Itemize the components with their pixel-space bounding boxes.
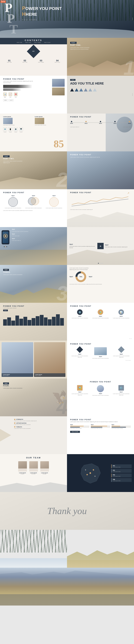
- brush-stroke-1: [3, 85, 52, 88]
- donut-bottom-text: Lorem ipsum dolor sit amet consectetur a…: [69, 284, 125, 285]
- slide-landscape-2: [67, 530, 134, 568]
- svg-point-8: [85, 470, 86, 470]
- bar-tag: TEXT: [3, 310, 8, 311]
- part-three-content: PART THREE. Lorem ipsum dolor sit amet c…: [3, 268, 22, 276]
- map-area: [69, 456, 111, 490]
- phone-device: [1, 230, 9, 244]
- big-number: 85: [54, 138, 64, 150]
- icon-item-1: ⚙️ TEXT Lorem ipsum dolor sit amet conse…: [70, 310, 90, 319]
- slide-part-three: PART THREE. Lorem ipsum dolor sit amet c…: [0, 265, 67, 303]
- phone-text-area: TEXT Lorem ipsum dolor sit amet consecte…: [12, 229, 65, 263]
- power-detail-cols: TEXT Lorem ipsum dolor sit amet TEXT Lor…: [70, 424, 131, 429]
- svg-point-6: [87, 474, 88, 475]
- slide-arrows: TEXT Lorem ipsum dolor sit amet consecte…: [67, 227, 134, 265]
- map-stat-3: 华东 Lorem ipsum dolor: [111, 474, 132, 477]
- donut-right-label: TEXT: [89, 276, 92, 278]
- power-detail-desc: Lorem ipsum dolor sit amet consectetur a…: [70, 421, 125, 422]
- detail-col-1: TEXT Lorem ipsum dolor sit amet: [70, 424, 90, 429]
- slide-contents: CONTENTS PART ONE PART TWO PART THREE PA…: [0, 38, 67, 76]
- read-more-btn[interactable]: READ MORE: [70, 431, 80, 433]
- slide-team: OUR TEAM Lorem ipsum Designer Lorem ipsu: [0, 454, 67, 492]
- threecol-items: 🖼️ TEXT Lorem ipsum dolor sit amet conse…: [70, 385, 131, 396]
- slide-cards: Lorem ipsum dolor sit amet Lorem ipsum d…: [0, 340, 67, 378]
- slide-three-col: POWER YOU POINT 🖼️ TEXT Lorem ipsum dolo…: [67, 378, 134, 416]
- timeline-content: 2010 2012 2014 2016: [70, 119, 131, 128]
- threecol-title: POWER YOU POINT: [70, 381, 131, 383]
- add-title-content: TEXT ADD YOU TITLE HERE: [70, 78, 131, 92]
- power-subtitle: Lorem ipsum dolor sit amet consectetur a…: [3, 80, 35, 84]
- slide-donut: Lorem ipsum dolor sit amet consectetur a…: [67, 265, 134, 303]
- team-member-2: Lorem ipsum Developer: [29, 461, 38, 474]
- part-four-number: 4: [56, 395, 67, 416]
- slide-landscape-full: [0, 568, 134, 606]
- slide-line-chart: POWER YOU POINT ↗ Lorem ipsum dolor sit …: [67, 189, 134, 227]
- chart-title: POWER YOU POINT: [70, 192, 131, 194]
- arrows-content: TEXT Lorem ipsum dolor sit amet consecte…: [69, 230, 132, 262]
- part-one-number: 1: [124, 58, 134, 76]
- contents-title: CONTENTS: [0, 39, 67, 42]
- bar-chart-visual: [3, 313, 64, 326]
- part-one-desc: Lorem ipsum dolor sit amet consectetur a…: [70, 47, 94, 50]
- venn-bottom-text: Lorem ipsum dolor sit amet consectetur a…: [3, 210, 64, 211]
- contents-item-1: 01 PART ONE: [7, 59, 12, 63]
- bottom-icons: ⚙️ Lorem 📱 Lorem 💻 Lorem 🖥️ Lorem: [3, 128, 64, 132]
- slide-three-icons: POWER YOU POINT ⚙️ TEXT Lorem ipsum dolo…: [67, 303, 134, 340]
- strength-item: STRENGTH Lorem ipsum dolor sit amet cons…: [14, 419, 64, 422]
- svg-point-7: [95, 476, 96, 477]
- slide-phone: TEXT Lorem ipsum dolor sit amet consecte…: [0, 227, 67, 265]
- opportunities-item: OPPORTUNITIES Lorem ipsum dolor sit amet…: [14, 422, 64, 426]
- donut-left-text: Lorem ipsum dolor sit amet consectetur a…: [69, 267, 91, 270]
- phone-content: TEXT Lorem ipsum dolor sit amet consecte…: [0, 227, 67, 265]
- contents-item-4: 04 PART FOUR: [55, 59, 60, 63]
- triangles-row: [70, 88, 131, 92]
- slide-landscape-1: [0, 530, 67, 568]
- power-mountain-text: POWER YOU POINT Lorem ipsum dolor sit am…: [70, 154, 131, 158]
- part-one-title: PART ONE.: [70, 44, 94, 46]
- diamond-item-2: TEXT Lorem ipsum dolor sit amet consecte…: [91, 347, 110, 359]
- brush-stroke-2: [3, 88, 40, 91]
- contents-header: CONTENTS PART ONE PART TWO PART THREE PA…: [0, 38, 67, 44]
- slide-part-two: PART PART TWO. Lorem ipsum dolor sit ame…: [0, 152, 67, 189]
- stat-item-1: Lorem ipsum Lorem ipsum dolor sit amet: [3, 116, 32, 126]
- venn-title: POWER YOU POINT: [3, 192, 64, 194]
- power-detail-title: POWER YOU POINT: [70, 419, 131, 420]
- dots-menu[interactable]: [132, 18, 133, 20]
- team-member-3: Lorem ipsum Manager: [40, 461, 49, 474]
- donut-text-label: TEXT: [69, 276, 73, 278]
- arrow-left-text: TEXT Lorem ipsum dolor sit amet consecte…: [69, 244, 96, 248]
- slide-swot: STRENGTH Lorem ipsum dolor sit amet cons…: [0, 416, 67, 454]
- threecol-item-2: TEXT Lorem ipsum dolor sit amet consecte…: [91, 385, 110, 396]
- detail-col-2: TEXT Lorem ipsum dolor sit amet: [91, 424, 110, 429]
- svg-point-4: [90, 472, 91, 474]
- donut-content: TEXT 75% TEXT: [69, 271, 132, 282]
- card-1: Lorem ipsum dolor sit amet: [1, 342, 33, 377]
- slide-stats: Lorem ipsum Lorem ipsum dolor sit amet L…: [0, 114, 67, 152]
- swot-content: STRENGTH Lorem ipsum dolor sit amet cons…: [14, 419, 64, 429]
- threats-item: THREATS Lorem ipsum dolor sit amet conse…: [14, 426, 64, 429]
- chevron-icon: »: [97, 243, 104, 249]
- add-title-dots[interactable]: [132, 94, 133, 96]
- diamond-decoration: PPT: [0, 47, 67, 56]
- team-member-1: Lorem ipsum Designer: [18, 461, 27, 474]
- page-num-2: Lorem ipsum: [70, 360, 131, 361]
- icons3-title: POWER YOU POINT: [70, 305, 131, 307]
- part-one-content: PART PART ONE. Lorem ipsum dolor sit ame…: [70, 41, 94, 50]
- arrow-right-text: TEXT Lorem ipsum dolor sit amet consecte…: [105, 244, 132, 248]
- team-members: Lorem ipsum Designer Lorem ipsum Develop…: [3, 461, 64, 474]
- big-arrow-icon: [0, 429, 12, 442]
- slide-add-title: TEXT ADD YOU TITLE HERE: [67, 76, 134, 114]
- map-stat-1: 东北 Lorem ipsum dolor: [111, 464, 132, 468]
- hero-title: POWER YOU POINT: [22, 6, 128, 11]
- slide-page-num: 8 / 24: [129, 338, 132, 339]
- slide-part-four: 🦅 PART FOUR. Lorem ipsum dolor sit amet …: [0, 378, 67, 416]
- diamond-icons-title: POWER YOU POINT: [70, 343, 131, 345]
- thankyou-text: Thank you: [47, 506, 87, 516]
- hero-title-area: POWER YOU POINT HHERE YOU NAME: [22, 6, 128, 21]
- map-content: 东北 Lorem ipsum dolor 华北 Lorem ipsum dolo…: [69, 456, 132, 490]
- timeline-title: POWER YOU POINT: [70, 116, 131, 118]
- venn-columns: TEXT Lorem ipsum dolor sit amet consecte…: [3, 195, 64, 209]
- card-2: Lorem ipsum dolor sit amet: [34, 342, 66, 377]
- diamond-item-3: TEXT Lorem ipsum dolor sit amet consecte…: [112, 347, 131, 358]
- part-two-number: 2: [56, 168, 67, 189]
- add-title-tag: TEXT: [70, 79, 76, 81]
